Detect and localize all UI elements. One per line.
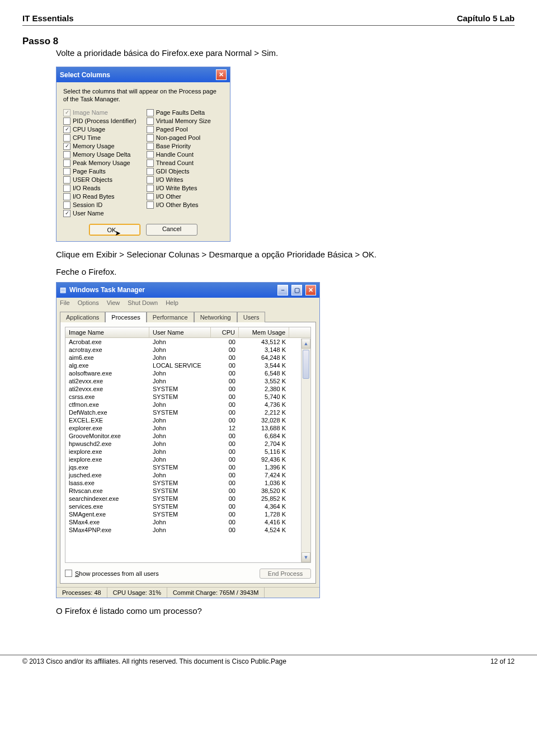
checkbox-icon[interactable] [63, 185, 70, 192]
checkbox-icon[interactable] [147, 134, 154, 142]
checkbox-option[interactable]: Virtual Memory Size [147, 118, 211, 125]
checkbox-icon[interactable] [147, 201, 154, 209]
checkbox-icon[interactable] [147, 168, 154, 175]
table-row[interactable]: alg.exeLOCAL SERVICE003,544 K [65, 361, 310, 369]
table-row[interactable]: services.exeSYSTEM004,364 K [65, 503, 310, 510]
checkbox-icon[interactable] [147, 193, 154, 200]
table-row[interactable]: lsass.exeSYSTEM001,036 K [65, 479, 310, 487]
tab-applications[interactable]: Applications [60, 312, 105, 322]
checkbox-option[interactable]: Non-paged Pool [147, 134, 211, 142]
table-row[interactable]: searchindexer.exeSYSTEM0025,852 K [65, 495, 310, 503]
checkbox-icon[interactable] [147, 143, 154, 150]
checkbox-option[interactable]: ✓Memory Usage [63, 143, 136, 150]
checkbox-option[interactable]: Page Faults [63, 168, 136, 175]
checkbox-icon[interactable]: ✓ [63, 210, 70, 217]
table-row[interactable]: GrooveMonitor.exeJohn006,684 K [65, 432, 310, 440]
col-image-name[interactable]: Image Name [65, 327, 149, 337]
checkbox-option[interactable]: PID (Process Identifier) [63, 118, 136, 125]
checkbox-option[interactable]: I/O Write Bytes [147, 185, 211, 192]
tab-processes[interactable]: Processes [105, 312, 146, 322]
table-row[interactable]: explorer.exeJohn1213,688 K [65, 424, 310, 432]
checkbox-option[interactable]: ✓CPU Usage [63, 126, 136, 133]
checkbox-option[interactable]: Paged Pool [147, 126, 211, 133]
table-row[interactable]: aolsoftware.exeJohn006,548 K [65, 369, 310, 377]
table-row[interactable]: DefWatch.exeSYSTEM002,212 K [65, 408, 310, 416]
maximize-icon[interactable]: ▢ [291, 285, 302, 295]
checkbox-option[interactable]: Thread Count [147, 159, 211, 167]
checkbox-option[interactable]: USER Objects [63, 176, 136, 184]
checkbox-icon[interactable] [147, 176, 154, 184]
table-row[interactable]: acrotray.exeJohn003,148 K [65, 346, 310, 354]
checkbox-option[interactable]: Handle Count [147, 151, 211, 158]
checkbox-icon[interactable] [63, 159, 70, 167]
table-row[interactable]: SMax4PNP.exeJohn004,524 K [65, 526, 310, 534]
end-process-button[interactable]: End Process [260, 569, 311, 579]
cancel-button[interactable]: Cancel [146, 224, 197, 236]
dialog-titlebar[interactable]: Select Columns ✕ [56, 67, 230, 82]
close-icon[interactable]: ✕ [216, 69, 227, 80]
window-titlebar[interactable]: ▤ Windows Task Manager – ▢ ✕ [56, 283, 319, 298]
checkbox-option[interactable]: GDI Objects [147, 168, 211, 175]
checkbox-icon[interactable] [63, 134, 70, 142]
checkbox-icon[interactable] [147, 185, 154, 192]
show-all-users-checkbox[interactable]: Show processes from all users [65, 570, 159, 577]
checkbox-option[interactable]: ✓User Name [63, 210, 136, 217]
checkbox-icon[interactable] [147, 126, 154, 133]
checkbox-option[interactable]: CPU Time [63, 134, 136, 142]
scrollbar[interactable]: ▲ ▼ [301, 339, 310, 562]
tab-users[interactable]: Users [237, 312, 266, 322]
checkbox-option[interactable]: I/O Other [147, 193, 211, 200]
checkbox-option[interactable]: I/O Reads [63, 185, 136, 192]
checkbox-icon[interactable]: ✓ [63, 143, 70, 150]
menu-item[interactable]: Help [166, 299, 178, 306]
table-row[interactable]: ati2evxx.exeSYSTEM002,380 K [65, 385, 310, 393]
menu-item[interactable]: Options [78, 299, 99, 306]
close-icon[interactable]: ✕ [305, 285, 316, 295]
checkbox-icon[interactable] [147, 109, 154, 116]
checkbox-icon[interactable] [147, 118, 154, 125]
checkbox-icon[interactable] [63, 201, 70, 209]
checkbox-option[interactable]: Session ID [63, 201, 136, 209]
table-row[interactable]: SMAgent.exeSYSTEM001,728 K [65, 510, 310, 518]
table-row[interactable]: ati2evxx.exeJohn003,552 K [65, 377, 310, 385]
checkbox-icon[interactable] [65, 570, 72, 577]
table-row[interactable]: EXCEL.EXEJohn0032,028 K [65, 416, 310, 424]
checkbox-option[interactable]: I/O Read Bytes [63, 193, 136, 200]
checkbox-option[interactable]: Base Priority [147, 143, 211, 150]
table-row[interactable]: aim6.exeJohn0064,248 K [65, 354, 310, 361]
checkbox-option[interactable]: Memory Usage Delta [63, 151, 136, 158]
checkbox-icon[interactable] [63, 176, 70, 184]
col-mem-usage[interactable]: Mem Usage [239, 327, 289, 337]
table-row[interactable]: iexplore.exeJohn0092,436 K [65, 456, 310, 463]
checkbox-icon[interactable]: ✓ [63, 126, 70, 133]
table-row[interactable]: Rtvscan.exeSYSTEM0038,520 K [65, 487, 310, 495]
minimize-icon[interactable]: – [277, 285, 288, 295]
checkbox-icon[interactable] [63, 151, 70, 158]
table-row[interactable]: SMax4.exeJohn004,416 K [65, 518, 310, 526]
scroll-down-icon[interactable]: ▼ [302, 552, 310, 562]
table-row[interactable]: jqs.exeSYSTEM001,396 K [65, 463, 310, 471]
table-row[interactable]: hpwuschd2.exeJohn002,704 K [65, 440, 310, 448]
checkbox-option[interactable]: I/O Writes [147, 176, 211, 184]
checkbox-option[interactable]: Page Faults Delta [147, 109, 211, 116]
col-user-name[interactable]: User Name [149, 327, 211, 337]
scroll-up-icon[interactable]: ▲ [302, 339, 310, 349]
scroll-thumb[interactable] [303, 350, 309, 379]
ok-button[interactable]: OK➤ [89, 224, 140, 236]
table-row[interactable]: iexplore.exeJohn005,116 K [65, 448, 310, 456]
checkbox-icon[interactable] [63, 168, 70, 175]
checkbox-option[interactable]: I/O Other Bytes [147, 201, 211, 209]
checkbox-icon[interactable] [63, 193, 70, 200]
tab-performance[interactable]: Performance [147, 312, 194, 322]
menu-item[interactable]: File [60, 299, 70, 306]
table-row[interactable]: jusched.exeJohn007,424 K [65, 471, 310, 479]
col-cpu[interactable]: CPU [211, 327, 239, 337]
tab-networking[interactable]: Networking [194, 312, 237, 322]
checkbox-option[interactable]: Peak Memory Usage [63, 159, 136, 167]
checkbox-icon[interactable] [63, 118, 70, 125]
table-row[interactable]: csrss.exeSYSTEM005,740 K [65, 393, 310, 401]
menu-item[interactable]: View [107, 299, 120, 306]
table-row[interactable]: ctfmon.exeJohn004,736 K [65, 401, 310, 408]
checkbox-icon[interactable] [147, 151, 154, 158]
checkbox-icon[interactable] [147, 159, 154, 167]
